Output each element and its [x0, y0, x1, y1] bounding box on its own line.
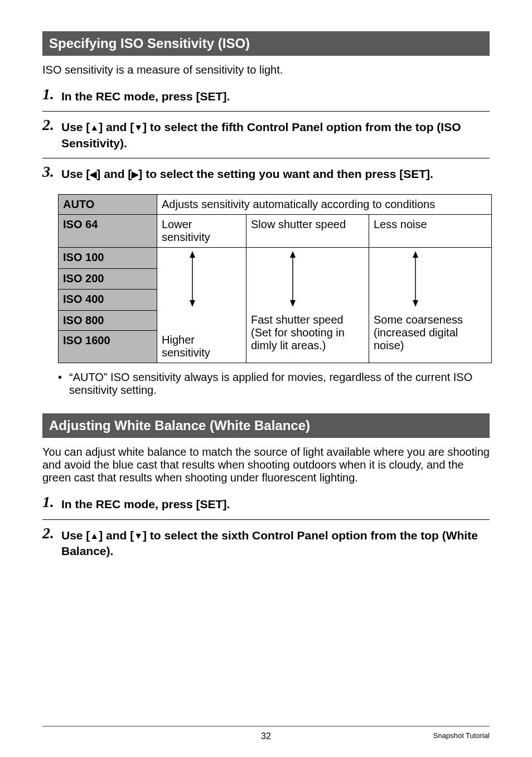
iso-table: AUTO Adjusts sensitivity automatically a…: [58, 194, 492, 363]
svg-marker-8: [413, 300, 418, 307]
empty-cell: [157, 310, 246, 330]
noise-arrow-cell: [369, 248, 492, 311]
iso-level: ISO 800: [59, 310, 157, 330]
svg-marker-5: [290, 300, 296, 307]
noise-bottom: Some coarseness (increased digital noise…: [369, 310, 492, 363]
right-triangle-icon: ▶: [132, 170, 138, 179]
shut-arrow-cell: [246, 248, 369, 311]
step-number: 1.: [42, 86, 57, 102]
footer-label: Snapshot Tutorial: [433, 731, 490, 740]
noise-top: Less noise: [369, 215, 492, 248]
iso-level: ISO 100: [59, 248, 157, 269]
step-2: 2. Use [▲] and [▼] to select the fifth C…: [42, 117, 490, 158]
iso-note: • “AUTO” ISO sensitivity always is appli…: [58, 371, 490, 397]
table-row: ISO 100: [59, 248, 492, 269]
sens-arrow-cell: [157, 248, 246, 311]
txt: Use [: [61, 120, 90, 133]
step-number: 2.: [42, 525, 57, 541]
shutter-top: Slow shutter speed: [246, 215, 369, 248]
txt: Use [: [61, 167, 90, 180]
iso-intro: ISO sensitivity is a measure of sensitiv…: [42, 64, 490, 76]
table-row: ISO 64 Lower sensitivity Slow shutter sp…: [59, 215, 492, 248]
step-text: Use [▲] and [▼] to select the sixth Cont…: [61, 525, 490, 560]
wb-step-2: 2. Use [▲] and [▼] to select the sixth C…: [42, 525, 490, 566]
shutter-bottom: Fast shutter speed (Set for shooting in …: [246, 310, 369, 363]
up-triangle-icon: ▲: [90, 531, 99, 541]
down-triangle-icon: ▼: [134, 531, 143, 541]
table-row: AUTO Adjusts sensitivity automatically a…: [59, 195, 492, 215]
table-row: ISO 800 Fast shutter speed (Set for shoo…: [59, 310, 492, 330]
iso-level: ISO 400: [59, 290, 157, 311]
iso-auto-desc: Adjusts sensitivity automatically accord…: [157, 195, 492, 215]
step-text: Use [◀] and [▶] to select the setting yo…: [61, 164, 433, 182]
down-arrow-icon: [407, 251, 424, 307]
section-title-wb: Adjusting White Balance (White Balance): [42, 413, 490, 438]
down-triangle-icon: ▼: [134, 123, 143, 132]
page-footer: 32 Snapshot Tutorial: [42, 726, 490, 741]
iso-level: ISO 64: [59, 215, 157, 248]
svg-marker-4: [290, 251, 296, 258]
step-number: 1.: [42, 494, 57, 510]
down-arrow-icon: [284, 251, 301, 307]
sensitivity-bottom: Higher sensitivity: [157, 330, 246, 363]
step-text: In the REC mode, press [SET].: [61, 86, 230, 104]
sensitivity-top: Lower sensitivity: [157, 215, 246, 248]
wb-step-1: 1. In the REC mode, press [SET].: [42, 494, 490, 519]
down-arrow-icon: [184, 251, 201, 307]
wb-intro: You can adjust white balance to match th…: [42, 446, 490, 484]
up-triangle-icon: ▲: [90, 123, 99, 132]
step-text: In the REC mode, press [SET].: [61, 494, 230, 512]
txt: Use [: [61, 529, 90, 542]
txt: ] to select the setting you want and the…: [138, 167, 433, 180]
txt: ] and [: [99, 529, 134, 542]
section-title-iso: Specifying ISO Sensitivity (ISO): [42, 31, 490, 56]
step-1: 1. In the REC mode, press [SET].: [42, 86, 490, 112]
page-number: 32: [261, 731, 271, 741]
step-3: 3. Use [◀] and [▶] to select the setting…: [42, 164, 490, 189]
step-number: 3.: [42, 164, 57, 180]
svg-marker-1: [190, 251, 195, 258]
iso-level: ISO 1600: [59, 330, 157, 363]
txt: ] and [: [99, 120, 134, 133]
left-triangle-icon: ◀: [90, 170, 96, 179]
iso-auto-label: AUTO: [59, 195, 157, 215]
iso-level: ISO 200: [59, 268, 157, 290]
step-text: Use [▲] and [▼] to select the fifth Cont…: [61, 117, 490, 151]
bullet-icon: •: [58, 371, 66, 397]
svg-marker-7: [413, 251, 418, 258]
step-number: 2.: [42, 117, 57, 133]
txt: ] and [: [96, 167, 132, 180]
note-text: “AUTO” ISO sensitivity always is applied…: [69, 371, 490, 397]
svg-marker-2: [190, 300, 195, 307]
